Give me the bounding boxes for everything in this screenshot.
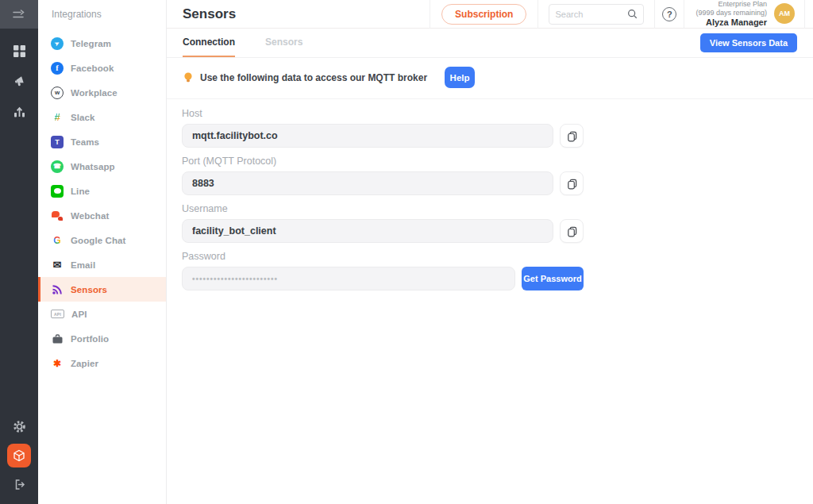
rail-item-dashboard[interactable]: [8, 41, 30, 61]
user-name: Alyza Manager: [695, 17, 767, 28]
page-title: Sensors: [167, 6, 430, 22]
header-divider: [804, 0, 805, 29]
collapse-toggle-icon: [11, 10, 27, 20]
top-header: Sensors Subscription Enterprise Plan (99…: [167, 0, 813, 29]
sidebar-item-facebook[interactable]: Facebook: [38, 56, 166, 80]
app-root: Integrations Telegram Facebook Workplace…: [0, 0, 813, 504]
subscription-button[interactable]: Subscription: [441, 4, 526, 25]
port-label: Port (MQTT Protocol): [182, 156, 584, 167]
api-icon: [51, 310, 64, 318]
password-input[interactable]: [182, 267, 515, 290]
search-icon[interactable]: [627, 9, 638, 19]
telegram-icon: [51, 37, 64, 50]
integrations-cube-icon: [13, 449, 25, 462]
account-block: Enterprise Plan (9999 days remaining) Al…: [695, 0, 795, 27]
lightbulb-icon: [183, 71, 194, 83]
sidebar-item-slack[interactable]: Slack: [38, 105, 166, 129]
google-chat-icon: [51, 234, 64, 247]
plan-info: Enterprise Plan (9999 days remaining) Al…: [695, 0, 767, 27]
mqtt-info-row: Use the following data to access our MQT…: [167, 58, 813, 88]
teams-icon: [51, 136, 64, 148]
host-input[interactable]: [182, 124, 553, 148]
avatar[interactable]: AM: [774, 3, 795, 24]
view-sensors-data-button[interactable]: View Sensors Data: [700, 33, 797, 52]
rail-item-logout[interactable]: [8, 475, 30, 494]
help-circle-icon[interactable]: [662, 7, 676, 21]
line-icon: [51, 185, 64, 198]
password-label: Password: [182, 251, 584, 262]
megaphone-icon: [13, 75, 25, 87]
whatsapp-icon: [51, 160, 64, 173]
header-divider: [654, 0, 655, 29]
sidebar-item-google-chat[interactable]: Google Chat: [38, 228, 166, 252]
copy-icon: [566, 178, 578, 190]
username-input[interactable]: [182, 219, 553, 243]
plan-days-remaining: (9999 days remaining): [695, 9, 767, 17]
section-divider: [167, 98, 813, 99]
workplace-icon: [51, 87, 64, 99]
grid-icon: [13, 45, 25, 57]
port-input[interactable]: [182, 171, 553, 195]
header-divider: [538, 0, 538, 29]
sidebar-item-zapier[interactable]: Zapier: [38, 351, 166, 375]
header-divider: [684, 0, 684, 29]
sidebar-item-email[interactable]: Email: [38, 252, 166, 277]
rail-item-statistics[interactable]: [8, 102, 30, 121]
search-input[interactable]: [555, 10, 624, 19]
sidebar-title: Integrations: [38, 0, 166, 31]
sidebar-item-webchat[interactable]: Webchat: [38, 203, 166, 228]
sidebar-collapse-button[interactable]: [0, 0, 38, 29]
nav-rail: [0, 0, 38, 504]
username-label: Username: [182, 203, 584, 214]
get-password-button[interactable]: Get Password: [522, 267, 584, 290]
copy-host-button[interactable]: [560, 124, 584, 148]
rail-item-settings[interactable]: [8, 417, 30, 437]
main-panel: Sensors Subscription Enterprise Plan (99…: [167, 0, 813, 504]
header-divider: [430, 0, 430, 29]
tabrow-spacer: [333, 29, 699, 57]
copy-username-button[interactable]: [560, 219, 584, 243]
sidebar-item-telegram[interactable]: Telegram: [38, 31, 166, 56]
logout-icon: [13, 479, 25, 491]
copy-icon: [566, 225, 578, 237]
mqtt-connection-form: Host Port (MQTT Protocol): [182, 100, 584, 290]
sidebar-item-sensors[interactable]: Sensors: [38, 277, 166, 302]
tab-connection[interactable]: Connection: [183, 29, 235, 57]
sidebar-item-teams[interactable]: Teams: [38, 129, 166, 154]
help-button[interactable]: Help: [445, 67, 475, 88]
sidebar-item-api[interactable]: API: [38, 302, 166, 326]
sidebar-item-portfolio[interactable]: Portfolio: [38, 326, 166, 351]
integrations-sidebar: Integrations Telegram Facebook Workplace…: [38, 0, 167, 504]
rail-item-broadcasts[interactable]: [8, 71, 30, 91]
plan-name: Enterprise Plan: [695, 0, 767, 8]
portfolio-icon: [51, 333, 64, 345]
zapier-icon: [51, 357, 64, 370]
copy-icon: [566, 130, 578, 142]
sidebar-item-workplace[interactable]: Workplace: [38, 80, 166, 105]
gear-icon: [13, 420, 26, 433]
slack-icon: [51, 111, 64, 124]
rail-item-integrations-active[interactable]: [7, 444, 31, 467]
tab-bar: Connection Sensors View Sensors Data: [167, 29, 813, 58]
host-label: Host: [182, 108, 584, 119]
mqtt-info-text: Use the following data to access our MQT…: [200, 72, 427, 83]
sidebar-item-whatsapp[interactable]: Whatsapp: [38, 154, 166, 179]
search-box: [549, 4, 644, 25]
sensors-icon: [51, 283, 64, 296]
sidebar-item-line[interactable]: Line: [38, 179, 166, 203]
facebook-icon: [51, 62, 64, 75]
webchat-icon: [51, 210, 64, 222]
email-icon: [51, 259, 64, 271]
tab-sensors[interactable]: Sensors: [265, 29, 302, 57]
copy-port-button[interactable]: [560, 171, 584, 195]
stats-icon: [13, 106, 25, 117]
